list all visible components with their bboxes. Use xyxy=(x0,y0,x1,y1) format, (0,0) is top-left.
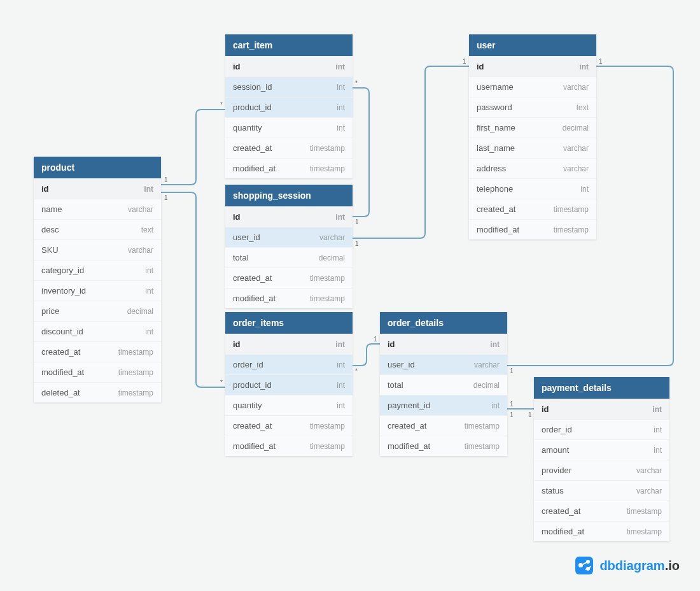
column-modified_at[interactable]: modified_attimestamp xyxy=(469,219,596,239)
svg-text:1: 1 xyxy=(355,240,359,247)
column-type: int xyxy=(337,381,345,390)
column-id[interactable]: idint xyxy=(34,178,161,199)
table-order_details[interactable]: order_detailsidintuser_idvarchartotaldec… xyxy=(380,312,507,456)
column-telephone[interactable]: telephoneint xyxy=(469,178,596,199)
column-id[interactable]: idint xyxy=(380,334,507,354)
column-type: varchar xyxy=(474,360,500,369)
column-type: varchar xyxy=(563,83,589,92)
column-desc[interactable]: desctext xyxy=(34,219,161,239)
column-provider[interactable]: providervarchar xyxy=(534,460,669,480)
table-user[interactable]: useridintusernamevarcharpasswordtextfirs… xyxy=(469,34,596,239)
column-created_at[interactable]: created_attimestamp xyxy=(380,415,507,436)
column-name: modified_at xyxy=(233,441,276,451)
column-modified_at[interactable]: modified_attimestamp xyxy=(534,521,669,541)
column-created_at[interactable]: created_attimestamp xyxy=(469,199,596,219)
column-type: int xyxy=(144,185,153,194)
svg-text:*: * xyxy=(220,379,223,386)
column-address[interactable]: addressvarchar xyxy=(469,158,596,178)
column-category_id[interactable]: category_idint xyxy=(34,260,161,280)
column-modified_at[interactable]: modified_attimestamp xyxy=(225,288,353,308)
table-header[interactable]: order_details xyxy=(380,312,507,334)
table-header[interactable]: product xyxy=(34,157,161,178)
svg-text:1: 1 xyxy=(510,411,514,418)
svg-text:1: 1 xyxy=(164,176,168,183)
column-status[interactable]: statusvarchar xyxy=(534,480,669,501)
column-name[interactable]: namevarchar xyxy=(34,199,161,219)
svg-text:1: 1 xyxy=(599,58,603,65)
column-total[interactable]: totaldecimal xyxy=(380,374,507,395)
column-product_id[interactable]: product_idint xyxy=(225,374,353,395)
column-modified_at[interactable]: modified_attimestamp xyxy=(380,436,507,456)
column-type: timestamp xyxy=(310,164,345,173)
column-type: timestamp xyxy=(465,442,500,451)
column-name: SKU xyxy=(41,245,59,255)
column-order_id[interactable]: order_idint xyxy=(225,354,353,374)
column-name: quantity xyxy=(233,401,262,410)
column-type: int xyxy=(337,83,345,92)
column-created_at[interactable]: created_attimestamp xyxy=(225,415,353,436)
column-modified_at[interactable]: modified_attimestamp xyxy=(225,158,353,178)
column-amount[interactable]: amountint xyxy=(534,439,669,460)
column-name: created_at xyxy=(542,506,580,516)
column-name: order_id xyxy=(233,360,263,369)
column-type: timestamp xyxy=(310,294,345,303)
column-created_at[interactable]: created_attimestamp xyxy=(34,341,161,362)
column-type: varchar xyxy=(636,466,662,475)
column-order_id[interactable]: order_idint xyxy=(534,419,669,439)
column-total[interactable]: totaldecimal xyxy=(225,247,353,267)
column-id[interactable]: idint xyxy=(225,206,353,227)
column-password[interactable]: passwordtext xyxy=(469,97,596,117)
column-type: int xyxy=(335,213,345,222)
table-payment_details[interactable]: payment_detailsidintorder_idintamountint… xyxy=(534,377,669,541)
column-discount_id[interactable]: discount_idint xyxy=(34,321,161,341)
column-id[interactable]: idint xyxy=(225,334,353,354)
column-created_at[interactable]: created_attimestamp xyxy=(225,267,353,288)
column-name: telephone xyxy=(477,184,513,194)
column-type: timestamp xyxy=(118,368,153,377)
table-header[interactable]: shopping_session xyxy=(225,185,353,206)
column-user_id[interactable]: user_idvarchar xyxy=(380,354,507,374)
column-deleted_at[interactable]: deleted_attimestamp xyxy=(34,382,161,402)
column-price[interactable]: pricedecimal xyxy=(34,301,161,321)
column-type: decimal xyxy=(319,253,345,262)
column-type: int xyxy=(145,287,153,296)
svg-text:*: * xyxy=(355,367,358,374)
erd-canvas[interactable]: 1 * 1 * * 1 1 1 * 1 1 1 1 1 1 dbdiagram.… xyxy=(0,0,700,591)
column-created_at[interactable]: created_attimestamp xyxy=(534,501,669,521)
column-id[interactable]: idint xyxy=(469,56,596,76)
table-shopping_session[interactable]: shopping_sessionidintuser_idvarchartotal… xyxy=(225,185,353,308)
column-name: desc xyxy=(41,225,59,234)
column-id[interactable]: idint xyxy=(225,56,353,76)
column-name: status xyxy=(542,486,564,495)
column-name: id xyxy=(477,62,484,71)
column-username[interactable]: usernamevarchar xyxy=(469,76,596,97)
column-name: created_at xyxy=(388,421,426,431)
table-header[interactable]: user xyxy=(469,34,596,56)
column-type: varchar xyxy=(563,164,589,173)
column-type: timestamp xyxy=(554,225,589,234)
column-user_id[interactable]: user_idvarchar xyxy=(225,227,353,247)
column-created_at[interactable]: created_attimestamp xyxy=(225,138,353,158)
column-modified_at[interactable]: modified_attimestamp xyxy=(34,362,161,382)
column-name: payment_id xyxy=(388,401,430,410)
column-last_name[interactable]: last_namevarchar xyxy=(469,138,596,158)
column-type: varchar xyxy=(563,144,589,153)
table-header[interactable]: payment_details xyxy=(534,377,669,399)
table-product[interactable]: productidintnamevarchardesctextSKUvarcha… xyxy=(34,157,161,402)
column-inventory_id[interactable]: inventory_idint xyxy=(34,280,161,301)
column-product_id[interactable]: product_idint xyxy=(225,97,353,117)
column-type: varchar xyxy=(636,487,662,495)
column-quantity[interactable]: quantityint xyxy=(225,117,353,138)
column-session_id[interactable]: session_idint xyxy=(225,76,353,97)
column-name: category_id xyxy=(41,266,84,275)
column-modified_at[interactable]: modified_attimestamp xyxy=(225,436,353,456)
table-cart_item[interactable]: cart_itemidintsession_idintproduct_idint… xyxy=(225,34,353,178)
column-first_name[interactable]: first_namedecimal xyxy=(469,117,596,138)
table-order_items[interactable]: order_itemsidintorder_idintproduct_idint… xyxy=(225,312,353,456)
column-id[interactable]: idint xyxy=(534,399,669,419)
table-header[interactable]: cart_item xyxy=(225,34,353,56)
column-payment_id[interactable]: payment_idint xyxy=(380,395,507,415)
column-quantity[interactable]: quantityint xyxy=(225,395,353,415)
column-SKU[interactable]: SKUvarchar xyxy=(34,239,161,260)
table-header[interactable]: order_items xyxy=(225,312,353,334)
